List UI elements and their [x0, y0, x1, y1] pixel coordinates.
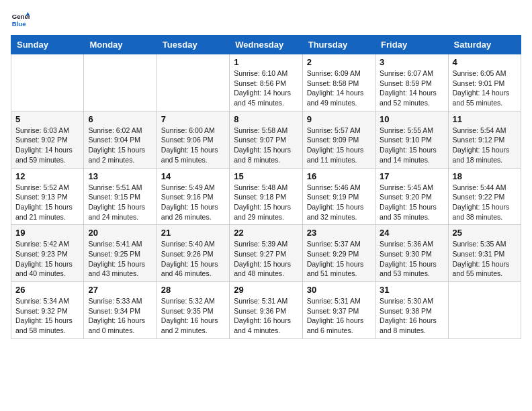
logo-icon: General Blue	[11, 11, 30, 30]
day-info: Sunrise: 6:03 AM Sunset: 9:02 PM Dayligh…	[15, 126, 79, 165]
day-number: 2	[307, 57, 371, 67]
week-row-5: 26Sunrise: 5:34 AM Sunset: 9:32 PM Dayli…	[11, 282, 521, 339]
day-number: 23	[307, 228, 371, 238]
header-wednesday: Wednesday	[230, 36, 302, 54]
day-cell: 22Sunrise: 5:39 AM Sunset: 9:27 PM Dayli…	[230, 225, 302, 282]
day-cell: 9Sunrise: 5:57 AM Sunset: 9:09 PM Daylig…	[302, 111, 375, 168]
day-number: 25	[453, 228, 517, 238]
day-cell: 15Sunrise: 5:48 AM Sunset: 9:18 PM Dayli…	[230, 168, 302, 225]
day-info: Sunrise: 5:58 AM Sunset: 9:07 PM Dayligh…	[234, 126, 298, 165]
week-row-1: 1Sunrise: 6:10 AM Sunset: 8:56 PM Daylig…	[11, 54, 521, 111]
day-info: Sunrise: 5:48 AM Sunset: 9:18 PM Dayligh…	[234, 183, 298, 222]
day-cell: 13Sunrise: 5:51 AM Sunset: 9:15 PM Dayli…	[84, 168, 157, 225]
day-cell: 27Sunrise: 5:33 AM Sunset: 9:34 PM Dayli…	[84, 282, 157, 339]
day-cell	[448, 282, 521, 339]
day-info: Sunrise: 5:55 AM Sunset: 9:10 PM Dayligh…	[380, 126, 443, 165]
day-number: 12	[15, 171, 79, 181]
day-info: Sunrise: 5:31 AM Sunset: 9:36 PM Dayligh…	[234, 296, 298, 336]
day-number: 14	[161, 171, 225, 181]
day-info: Sunrise: 6:07 AM Sunset: 8:59 PM Dayligh…	[380, 68, 443, 108]
day-info: Sunrise: 5:33 AM Sunset: 9:34 PM Dayligh…	[88, 296, 152, 336]
day-info: Sunrise: 5:40 AM Sunset: 9:26 PM Dayligh…	[161, 239, 225, 279]
day-cell: 31Sunrise: 5:30 AM Sunset: 9:38 PM Dayli…	[375, 282, 448, 339]
day-number: 16	[307, 171, 371, 181]
day-cell: 2Sunrise: 6:09 AM Sunset: 8:58 PM Daylig…	[302, 54, 375, 111]
day-number: 6	[88, 114, 152, 124]
svg-text:Blue: Blue	[12, 20, 26, 28]
day-number: 1	[234, 57, 298, 67]
day-number: 26	[15, 285, 79, 295]
day-info: Sunrise: 5:31 AM Sunset: 9:37 PM Dayligh…	[307, 296, 371, 336]
day-number: 11	[453, 114, 517, 124]
day-info: Sunrise: 5:51 AM Sunset: 9:15 PM Dayligh…	[88, 183, 152, 222]
day-info: Sunrise: 5:30 AM Sunset: 9:38 PM Dayligh…	[380, 296, 443, 336]
day-number: 13	[88, 171, 152, 181]
day-cell: 23Sunrise: 5:37 AM Sunset: 9:29 PM Dayli…	[302, 225, 375, 282]
day-info: Sunrise: 6:00 AM Sunset: 9:06 PM Dayligh…	[161, 126, 225, 165]
day-number: 19	[15, 228, 79, 238]
week-row-3: 12Sunrise: 5:52 AM Sunset: 9:13 PM Dayli…	[11, 168, 521, 225]
day-number: 5	[15, 114, 79, 124]
day-cell: 19Sunrise: 5:42 AM Sunset: 9:23 PM Dayli…	[11, 225, 84, 282]
day-info: Sunrise: 5:57 AM Sunset: 9:09 PM Dayligh…	[307, 126, 371, 165]
day-cell	[11, 54, 84, 111]
day-info: Sunrise: 5:44 AM Sunset: 9:22 PM Dayligh…	[453, 183, 517, 222]
logo: General Blue	[11, 11, 32, 30]
day-cell: 1Sunrise: 6:10 AM Sunset: 8:56 PM Daylig…	[230, 54, 302, 111]
week-row-2: 5Sunrise: 6:03 AM Sunset: 9:02 PM Daylig…	[11, 111, 521, 168]
day-cell: 4Sunrise: 6:05 AM Sunset: 9:01 PM Daylig…	[448, 54, 521, 111]
day-cell	[157, 54, 229, 111]
day-number: 30	[307, 285, 371, 295]
day-cell: 21Sunrise: 5:40 AM Sunset: 9:26 PM Dayli…	[157, 225, 229, 282]
day-cell: 5Sunrise: 6:03 AM Sunset: 9:02 PM Daylig…	[11, 111, 84, 168]
day-number: 24	[380, 228, 443, 238]
day-cell: 24Sunrise: 5:36 AM Sunset: 9:30 PM Dayli…	[375, 225, 448, 282]
day-cell: 20Sunrise: 5:41 AM Sunset: 9:25 PM Dayli…	[84, 225, 157, 282]
calendar-table: SundayMondayTuesdayWednesdayThursdayFrid…	[11, 35, 521, 339]
day-cell: 28Sunrise: 5:32 AM Sunset: 9:35 PM Dayli…	[157, 282, 229, 339]
header-tuesday: Tuesday	[157, 36, 229, 54]
day-info: Sunrise: 5:34 AM Sunset: 9:32 PM Dayligh…	[15, 296, 79, 336]
day-info: Sunrise: 5:32 AM Sunset: 9:35 PM Dayligh…	[161, 296, 225, 336]
day-cell: 25Sunrise: 5:35 AM Sunset: 9:31 PM Dayli…	[448, 225, 521, 282]
day-cell: 12Sunrise: 5:52 AM Sunset: 9:13 PM Dayli…	[11, 168, 84, 225]
header-friday: Friday	[375, 36, 448, 54]
day-info: Sunrise: 6:09 AM Sunset: 8:58 PM Dayligh…	[307, 68, 371, 108]
day-info: Sunrise: 5:52 AM Sunset: 9:13 PM Dayligh…	[15, 183, 79, 222]
day-info: Sunrise: 5:49 AM Sunset: 9:16 PM Dayligh…	[161, 183, 225, 222]
day-cell: 30Sunrise: 5:31 AM Sunset: 9:37 PM Dayli…	[302, 282, 375, 339]
header-thursday: Thursday	[302, 36, 375, 54]
header-monday: Monday	[84, 36, 157, 54]
day-cell: 17Sunrise: 5:45 AM Sunset: 9:20 PM Dayli…	[375, 168, 448, 225]
day-info: Sunrise: 5:41 AM Sunset: 9:25 PM Dayligh…	[88, 239, 152, 279]
day-cell: 26Sunrise: 5:34 AM Sunset: 9:32 PM Dayli…	[11, 282, 84, 339]
day-info: Sunrise: 6:02 AM Sunset: 9:04 PM Dayligh…	[88, 126, 152, 165]
day-number: 15	[234, 171, 298, 181]
day-info: Sunrise: 5:39 AM Sunset: 9:27 PM Dayligh…	[234, 239, 298, 279]
day-cell: 7Sunrise: 6:00 AM Sunset: 9:06 PM Daylig…	[157, 111, 229, 168]
day-cell: 10Sunrise: 5:55 AM Sunset: 9:10 PM Dayli…	[375, 111, 448, 168]
day-info: Sunrise: 5:36 AM Sunset: 9:30 PM Dayligh…	[380, 239, 443, 279]
day-cell: 11Sunrise: 5:54 AM Sunset: 9:12 PM Dayli…	[448, 111, 521, 168]
day-cell: 16Sunrise: 5:46 AM Sunset: 9:19 PM Dayli…	[302, 168, 375, 225]
day-number: 4	[453, 57, 517, 67]
day-info: Sunrise: 5:37 AM Sunset: 9:29 PM Dayligh…	[307, 239, 371, 279]
day-info: Sunrise: 5:45 AM Sunset: 9:20 PM Dayligh…	[380, 183, 443, 222]
day-number: 18	[453, 171, 517, 181]
day-cell: 6Sunrise: 6:02 AM Sunset: 9:04 PM Daylig…	[84, 111, 157, 168]
day-info: Sunrise: 6:10 AM Sunset: 8:56 PM Dayligh…	[234, 68, 298, 108]
day-number: 20	[88, 228, 152, 238]
day-cell: 8Sunrise: 5:58 AM Sunset: 9:07 PM Daylig…	[230, 111, 302, 168]
day-number: 27	[88, 285, 152, 295]
day-number: 9	[307, 114, 371, 124]
day-info: Sunrise: 5:35 AM Sunset: 9:31 PM Dayligh…	[453, 239, 517, 279]
day-number: 22	[234, 228, 298, 238]
week-row-4: 19Sunrise: 5:42 AM Sunset: 9:23 PM Dayli…	[11, 225, 521, 282]
day-number: 21	[161, 228, 225, 238]
day-number: 3	[380, 57, 443, 67]
day-number: 8	[234, 114, 298, 124]
day-cell	[84, 54, 157, 111]
header-sunday: Sunday	[11, 36, 84, 54]
day-info: Sunrise: 5:54 AM Sunset: 9:12 PM Dayligh…	[453, 126, 517, 165]
day-cell: 14Sunrise: 5:49 AM Sunset: 9:16 PM Dayli…	[157, 168, 229, 225]
